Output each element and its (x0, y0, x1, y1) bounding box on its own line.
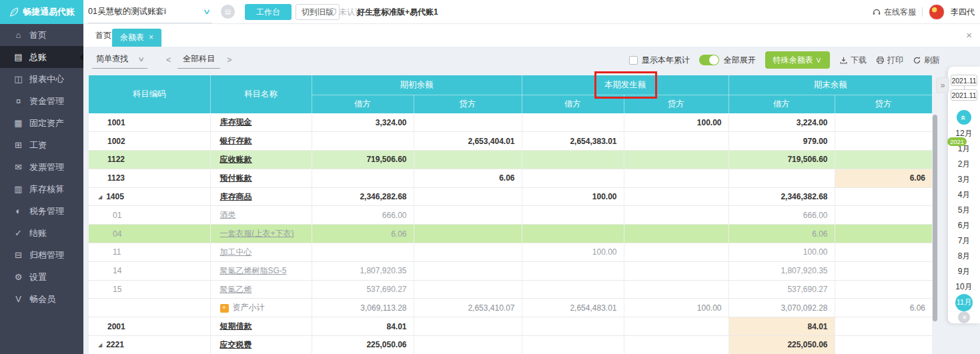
vertical-scrollbar[interactable] (933, 115, 937, 321)
account-name-link[interactable]: 库存商品 (220, 192, 252, 201)
username[interactable]: 李四代 (951, 7, 975, 18)
subtotal-icon: * (220, 304, 229, 313)
refresh-button[interactable]: 刷新 (913, 55, 940, 66)
next-subject-icon[interactable]: > (227, 55, 231, 65)
account-name-link[interactable]: 加工中心 (220, 247, 252, 257)
tab-close-icon[interactable]: × (149, 29, 153, 47)
account-name-link[interactable]: 聚氯乙烯 (220, 285, 252, 294)
download-button[interactable]: 下载 (839, 55, 867, 66)
sidebar-item-label: 库存核算 (29, 183, 64, 195)
month-item-7月[interactable]: 7月 (948, 233, 980, 249)
checkbox-icon[interactable] (629, 56, 638, 65)
print-button[interactable]: 打印 (876, 55, 903, 66)
app-title: 畅捷通易代账 (23, 6, 75, 18)
tabbar-close-icon[interactable]: × (966, 24, 972, 47)
special-balance-button[interactable]: 特殊余额表 ∨ (765, 51, 830, 69)
sidebar-menu: ⌂首页▤总账◫报表中心¤资金管理▦固定资产⊞工资✉发票管理▥库存核算◐税务管理✓… (0, 24, 83, 354)
amount-cell: 6.06 (312, 225, 414, 243)
sidebar-item-general-ledger[interactable]: ▤总账 (0, 46, 83, 68)
amount-cell (624, 187, 728, 206)
collapse-icon[interactable]: ◢ (98, 342, 102, 348)
search-mode-dropdown[interactable]: 简单查找 ∨ (92, 51, 147, 69)
table-row: ◢2221应交税费225,050.06225,050.06 (89, 336, 932, 354)
sidebar-item-inventory-accounting[interactable]: ▥库存核算 (0, 178, 83, 200)
amount-cell (522, 225, 624, 243)
tab-balance-sheet[interactable]: 余额表 × (112, 29, 161, 47)
sidebar-item-payroll[interactable]: ⊞工资 (0, 134, 83, 156)
amount-cell (835, 225, 932, 243)
amount-cell (835, 113, 932, 132)
month-item-10月[interactable]: 10月 (948, 279, 980, 295)
toggle-on-icon[interactable] (699, 55, 719, 65)
account-name-link[interactable]: 短期借款 (220, 321, 252, 331)
scroll-up-button[interactable]: « (957, 110, 971, 125)
amount-cell (414, 151, 522, 169)
show-ytd-checkbox[interactable]: 显示本年累计 (629, 55, 690, 66)
ledger-icon: ▤ (13, 52, 23, 62)
month-item-6月[interactable]: 6月 (948, 218, 980, 233)
period-end-input[interactable] (951, 89, 977, 101)
table-row: 1122应收账款719,506.60719,506.60 (89, 151, 932, 169)
amount-cell: 2,653,410.07 (414, 299, 522, 317)
warehouse-icon: ▥ (13, 184, 23, 194)
sidebar-item-settings[interactable]: ⚙设置 (0, 266, 83, 288)
headset-icon (872, 7, 881, 17)
account-name-link[interactable]: 应收账款 (220, 155, 252, 164)
month-item-1月[interactable]: 1月2021 (948, 141, 980, 157)
amount-cell: 2,654,383.01 (522, 132, 624, 151)
collapse-icon[interactable]: ◢ (98, 194, 102, 200)
panel-collapse-icon[interactable]: » (936, 77, 949, 93)
online-support[interactable]: 在线客服 (872, 7, 916, 18)
account-name-link[interactable]: 银行存款 (220, 136, 252, 145)
amount-cell (624, 151, 728, 169)
amount-cell (414, 187, 522, 206)
sidebar-item-fixed-assets[interactable]: ▦固定资产 (0, 112, 83, 134)
month-item-11月[interactable]: 11月 (948, 295, 980, 310)
workbench-button[interactable]: 工作台 (245, 4, 292, 20)
month-item-8月[interactable]: 8月 (948, 249, 980, 264)
subtotal-label: 资产小计 (233, 303, 265, 312)
sidebar-item-closing[interactable]: ✓结账 (0, 222, 83, 244)
month-item-4月[interactable]: 4月 (948, 187, 980, 203)
month-item-2月[interactable]: 2月 (948, 157, 980, 172)
account-name-link[interactable]: 应交税费 (220, 340, 252, 349)
account-code: 2001 (89, 317, 210, 336)
account-name-link[interactable]: 酒类 (220, 210, 236, 219)
account-name-link[interactable]: 一套衣服(上衣+下衣) (220, 229, 294, 238)
sidebar-item-invoice-management[interactable]: ✉发票管理 (0, 156, 83, 178)
account-selector[interactable]: 01吴慧敏的测试账套i ∨ (88, 0, 212, 23)
amount-cell (414, 336, 522, 354)
account-name-link[interactable]: 聚氯乙烯树脂SG-5 (220, 266, 287, 275)
sidebar-item-home[interactable]: ⌂首页 (0, 24, 83, 46)
search-mode-label: 简单查找 (96, 53, 128, 65)
avatar[interactable] (929, 4, 945, 20)
month-label: 10月 (955, 281, 972, 293)
month-item-3月[interactable]: 3月 (948, 172, 980, 187)
subject-filter[interactable]: 全部科目 (177, 51, 220, 69)
account-code: 01 (89, 206, 210, 225)
expand-all-label: 全部展开 (724, 55, 756, 66)
active-item-arrow (79, 54, 83, 61)
account-name-link[interactable]: 库存现金 (220, 117, 252, 127)
sidebar-item-fund-management[interactable]: ¤资金管理 (0, 90, 83, 112)
refresh-icon (913, 56, 921, 65)
subtotal-row: *资产小计3,069,113.282,653,410.072,654,483.0… (89, 299, 932, 317)
expand-all-toggle[interactable]: 全部展开 (699, 55, 756, 66)
sidebar-item-report-center[interactable]: ◫报表中心 (0, 68, 83, 90)
sidebar-item-tax-management[interactable]: ◐税务管理 (0, 200, 83, 222)
amount-cell: 666.00 (312, 206, 414, 225)
header-name: 科目名称 (210, 75, 312, 113)
account-code: 1122 (89, 151, 210, 169)
period-start-input[interactable] (951, 75, 977, 86)
month-item-9月[interactable]: 9月 (948, 264, 980, 279)
account-name-link[interactable]: 预付账款 (220, 173, 252, 183)
special-balance-label: 特殊余额表 (773, 55, 813, 65)
sidebar-item-member[interactable]: V畅会员 (0, 288, 83, 310)
scroll-down-button[interactable]: « (958, 311, 970, 323)
amount-cell: 1,807,920.35 (728, 261, 835, 280)
month-item-5月[interactable]: 5月 (948, 203, 980, 218)
notebook-icon[interactable]: ▤ (221, 5, 235, 19)
sidebar-item-archive-management[interactable]: ⊟归档管理 (0, 244, 83, 266)
amount-cell (414, 225, 522, 243)
prev-subject-icon[interactable]: < (166, 55, 171, 65)
